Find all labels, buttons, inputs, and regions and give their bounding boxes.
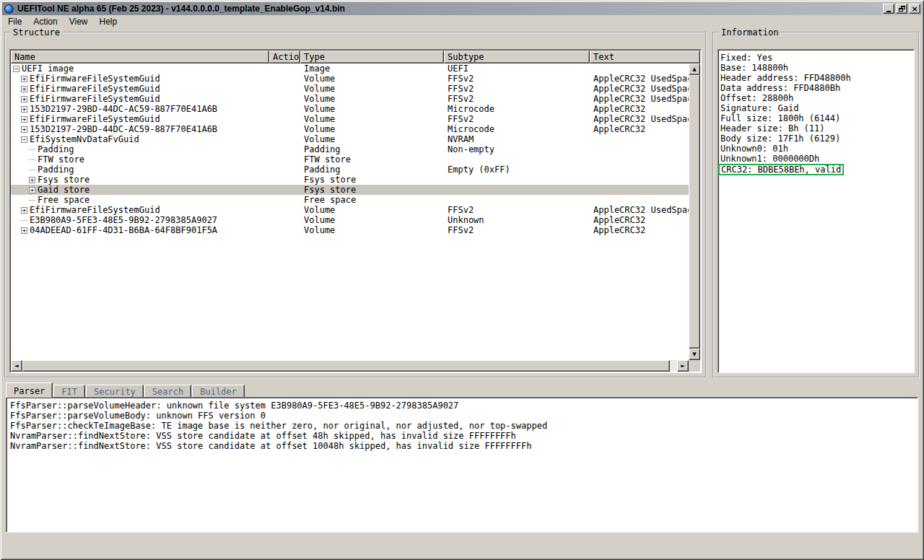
tree-cell-type: Volume [300, 114, 444, 124]
tree-cell-text [590, 195, 689, 205]
tree-row[interactable]: E3B980A9-5FE3-48E5-9B92-2798385A9027Volu… [11, 215, 689, 225]
title-bar[interactable]: UEFITool NE alpha 65 (Feb 25 2023) - v14… [2, 2, 922, 15]
column-header-subtype[interactable]: Subtype [444, 51, 590, 64]
tree-row[interactable]: +153D2197-29BD-44DC-AC59-887F70E41A6BVol… [11, 104, 689, 114]
tree-row[interactable]: +04ADEEAD-61FF-4D31-B6BA-64F8BF901F5AVol… [11, 225, 689, 235]
scroll-right-button[interactable]: ► [677, 360, 689, 372]
tree-cell-type: Volume [300, 124, 444, 134]
tree-cell-type: Fsys store [300, 175, 444, 185]
tree-cell-type: Volume [300, 205, 444, 215]
tree-item-name: EfiFirmwareFileSystemGuid [30, 205, 160, 215]
parser-message: NvramParser::findNextStore: VSS store ca… [10, 441, 914, 451]
tree-item-name: Padding [38, 165, 74, 175]
tree-row[interactable]: Free spaceFree space [11, 195, 689, 205]
tree-item-name: EfiFirmwareFileSystemGuid [30, 84, 160, 94]
expand-icon[interactable]: + [21, 86, 27, 92]
tree-cell-text: AppleCRC32 [590, 104, 689, 114]
horizontal-scrollbar[interactable]: ◄ ► [11, 360, 689, 372]
tree-cell-text: AppleCRC32 [590, 124, 689, 134]
tree-connector [29, 149, 35, 150]
tab-security[interactable]: Security [86, 385, 144, 398]
scroll-up-button[interactable]: ▲ [689, 64, 700, 75]
menu-help[interactable]: Help [94, 16, 123, 28]
collapse-icon[interactable]: − [21, 136, 27, 143]
tree-row[interactable]: +Gaid storeFsys store [11, 185, 689, 195]
column-header-text[interactable]: Text [590, 51, 700, 64]
tree-name-cell: +153D2197-29BD-44DC-AC59-887F70E41A6B [11, 104, 269, 114]
tree-cell-text: AppleCRC32 UsedSpace [590, 94, 689, 104]
tree-cell-type: Volume [300, 134, 444, 144]
tree-row[interactable]: +EfiFirmwareFileSystemGuidVolumeFFSv2App… [11, 84, 689, 94]
tree-cell-action [269, 94, 300, 104]
column-header-name[interactable]: Name [11, 51, 269, 64]
tree-row[interactable]: +EfiFirmwareFileSystemGuidVolumeFFSv2App… [11, 114, 689, 124]
tree-cell-type: Free space [300, 195, 444, 205]
tree-row[interactable]: PaddingPaddingNon-empty [11, 144, 689, 154]
expand-icon[interactable]: + [21, 106, 27, 113]
vertical-scroll-thumb[interactable] [689, 75, 700, 349]
column-header-actio[interactable]: Actio [269, 51, 300, 64]
expand-icon[interactable]: + [21, 227, 27, 234]
expand-icon[interactable]: + [21, 207, 27, 214]
app-icon [4, 4, 14, 14]
minimize-button[interactable] [883, 4, 894, 14]
expand-icon[interactable]: + [29, 187, 35, 193]
parser-message: FfsParser::parseVolumeHeader: unknown fi… [10, 401, 914, 411]
scroll-left-button[interactable]: ◄ [11, 360, 22, 372]
restore-button[interactable] [896, 4, 907, 14]
tree-row[interactable]: +Fsys storeFsys store [11, 175, 689, 185]
minimize-icon [886, 11, 891, 12]
close-button[interactable]: × [909, 4, 920, 14]
tree-row[interactable]: FTW storeFTW store [11, 154, 689, 165]
tree-cell-type: Image [300, 64, 444, 74]
column-header-type[interactable]: Type [300, 51, 444, 64]
info-line: Offset: 28800h [720, 93, 912, 103]
tree-body[interactable]: −UEFI imageImageUEFI+EfiFirmwareFileSyst… [11, 64, 689, 360]
parser-output[interactable]: FfsParser::parseVolumeHeader: unknown fi… [6, 397, 918, 533]
structure-tree[interactable]: NameActioTypeSubtypeText −UEFI imageImag… [9, 49, 702, 373]
tab-search[interactable]: Search [144, 385, 191, 398]
expand-icon[interactable]: + [21, 126, 27, 133]
tree-item-name: 153D2197-29BD-44DC-AC59-887F70E41A6B [30, 104, 217, 114]
tab-builder[interactable]: Builder [192, 385, 245, 398]
collapse-icon[interactable]: − [13, 66, 19, 72]
tree-row[interactable]: +EfiFirmwareFileSystemGuidVolumeFFSv2App… [11, 74, 689, 84]
arrow-up-icon: ▲ [692, 67, 696, 72]
info-line: CRC32: BDBE58BEh, valid [720, 164, 912, 174]
expand-icon[interactable]: + [21, 116, 27, 123]
tree-row[interactable]: +EfiFirmwareFileSystemGuidVolumeFFSv2App… [11, 205, 689, 215]
tree-cell-subtype: FFSv2 [444, 225, 590, 235]
restore-icon [899, 6, 905, 12]
tree-cell-action [269, 134, 300, 144]
expand-icon[interactable]: + [29, 177, 35, 183]
tree-cell-subtype [444, 185, 590, 195]
tree-row[interactable]: −UEFI imageImageUEFI [11, 64, 689, 74]
menu-file[interactable]: File [2, 16, 27, 28]
menu-view[interactable]: View [64, 16, 94, 28]
expand-icon[interactable]: + [21, 76, 27, 82]
structure-panel-label: Structure [11, 27, 62, 38]
tree-item-name: Padding [38, 144, 74, 154]
tree-cell-type: Padding [300, 165, 444, 175]
arrow-right-icon: ► [681, 364, 684, 369]
information-content[interactable]: Fixed: YesBase: 148800hHeader address: F… [718, 49, 915, 373]
expand-icon[interactable]: + [21, 96, 27, 102]
tree-row[interactable]: +EfiFirmwareFileSystemGuidVolumeFFSv2App… [11, 94, 689, 104]
tree-row[interactable]: +153D2197-29BD-44DC-AC59-887F70E41A6BVol… [11, 124, 689, 134]
vertical-scrollbar[interactable]: ▲ ▼ [689, 64, 700, 360]
horizontal-scroll-thumb[interactable] [22, 360, 670, 372]
tree-row[interactable]: PaddingPaddingEmpty (0xFF) [11, 165, 689, 175]
tab-parser[interactable]: Parser [6, 382, 53, 398]
tree-cell-subtype: Microcode [444, 104, 590, 114]
scroll-down-button[interactable]: ▼ [689, 349, 700, 360]
tree-cell-action [269, 64, 300, 74]
tree-row[interactable]: −EfiSystemNvDataFvGuidVolumeNVRAM [11, 134, 689, 144]
message-tab-bar: ParserFITSecuritySearchBuilder [6, 382, 918, 398]
tree-name-cell: +Gaid store [11, 185, 269, 195]
tree-item-name: Gaid store [38, 185, 90, 195]
tab-fit[interactable]: FIT [53, 385, 85, 398]
app-window: UEFITool NE alpha 65 (Feb 25 2023) - v14… [0, 0, 924, 560]
tree-cell-action [269, 104, 300, 114]
menu-action[interactable]: Action [27, 16, 63, 28]
tree-cell-subtype: FFSv2 [444, 205, 590, 215]
